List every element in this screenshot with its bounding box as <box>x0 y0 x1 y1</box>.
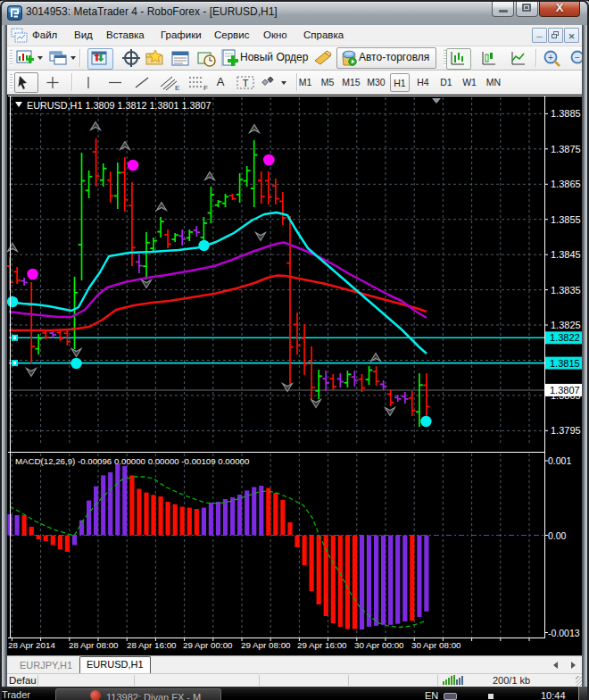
svg-text:30 Apr 08:00: 30 Apr 08:00 <box>411 640 461 650</box>
svg-text:1.3815: 1.3815 <box>550 358 580 369</box>
svg-text:E: E <box>175 84 179 92</box>
svg-text:-0.0013: -0.0013 <box>548 628 580 638</box>
svg-text:0.00: 0.00 <box>548 530 567 541</box>
svg-text:MACD(12,26,9) -0.00096 0.00000: MACD(12,26,9) -0.00096 0.00000 0.00000 -… <box>15 456 250 466</box>
svg-text:1.3855: 1.3855 <box>551 214 581 225</box>
svg-text:1.3807: 1.3807 <box>550 385 580 396</box>
svg-text:28 Apr 16:00: 28 Apr 16:00 <box>127 640 177 650</box>
svg-text:1.3845: 1.3845 <box>551 249 581 260</box>
svg-text:29 Apr 16:00: 29 Apr 16:00 <box>297 640 347 650</box>
svg-text:1.3865: 1.3865 <box>551 179 581 189</box>
svg-text:0.001: 0.001 <box>548 455 571 466</box>
svg-text:1.3835: 1.3835 <box>551 285 581 296</box>
svg-text:29 Apr 00:00: 29 Apr 00:00 <box>183 640 233 650</box>
svg-text:1.3885: 1.3885 <box>551 108 581 119</box>
svg-text:28 Apr 08:00: 28 Apr 08:00 <box>69 640 119 650</box>
svg-text:F: F <box>203 84 208 92</box>
svg-text:+: + <box>548 53 553 62</box>
svg-text:−: − <box>575 53 580 62</box>
svg-text:29 Apr 08:00: 29 Apr 08:00 <box>241 640 291 650</box>
svg-text:1.3825: 1.3825 <box>551 320 581 330</box>
svg-text:EURUSD,H1 1.3809 1.3812 1.380: EURUSD,H1 1.3809 1.3812 1.3801 1.3807 <box>27 100 212 111</box>
svg-text:1.3822: 1.3822 <box>550 332 580 343</box>
svg-text:T: T <box>243 78 249 88</box>
svg-text:30 Apr 00:00: 30 Apr 00:00 <box>354 640 404 650</box>
svg-text:28 Apr 2014: 28 Apr 2014 <box>8 640 55 650</box>
svg-text:1.3875: 1.3875 <box>551 144 581 154</box>
svg-text:1.3795: 1.3795 <box>551 425 581 436</box>
